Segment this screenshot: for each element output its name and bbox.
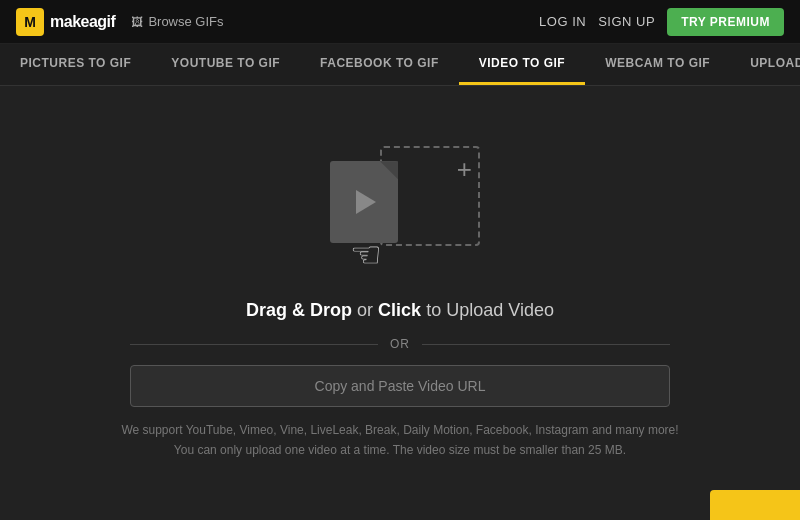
bottom-bar-decoration <box>710 490 800 520</box>
main-content: + ☞ Drag & Drop or Click to Upload Video… <box>0 86 800 520</box>
browse-gifs-link[interactable]: 🖼 Browse GIFs <box>131 14 223 29</box>
header-left: M makeagif 🖼 Browse GIFs <box>16 8 224 36</box>
or-divider: OR <box>130 337 670 351</box>
support-line1: We support YouTube, Vimeo, Vine, LiveLea… <box>121 421 678 440</box>
nav-item-facebook-to-gif[interactable]: FACEBOOK TO GIF <box>300 44 459 85</box>
upload-icon-area[interactable]: + ☞ <box>320 146 480 276</box>
drag-drop-or-text: or <box>352 300 378 320</box>
nav-item-webcam-to-gif[interactable]: WEBCAM TO GIF <box>585 44 730 85</box>
play-triangle-icon <box>356 190 376 214</box>
image-icon: 🖼 <box>131 15 143 29</box>
support-text: We support YouTube, Vimeo, Vine, LiveLea… <box>121 421 678 459</box>
nav: PICTURES TO GIF YOUTUBE TO GIF FACEBOOK … <box>0 44 800 86</box>
header: M makeagif 🖼 Browse GIFs LOG IN SIGN UP … <box>0 0 800 44</box>
or-line-left <box>130 344 378 345</box>
or-text: OR <box>390 337 410 351</box>
drag-drop-bold: Drag & Drop <box>246 300 352 320</box>
drag-drop-text: Drag & Drop or Click to Upload Video <box>246 300 554 321</box>
nav-item-video-to-gif[interactable]: VIDEO TO GIF <box>459 44 585 85</box>
logo-icon: M <box>16 8 44 36</box>
signup-link[interactable]: SIGN UP <box>598 14 655 29</box>
url-input-container <box>130 365 670 407</box>
logo[interactable]: M makeagif <box>16 8 115 36</box>
try-premium-button[interactable]: TRY PREMIUM <box>667 8 784 36</box>
plus-icon: + <box>457 156 472 182</box>
nav-item-youtube-to-gif[interactable]: YOUTUBE TO GIF <box>151 44 300 85</box>
login-link[interactable]: LOG IN <box>539 14 586 29</box>
logo-text: makeagif <box>50 13 115 31</box>
header-right: LOG IN SIGN UP TRY PREMIUM <box>539 8 784 36</box>
url-input[interactable] <box>130 365 670 407</box>
click-bold: Click <box>378 300 421 320</box>
hand-cursor-icon: ☞ <box>350 234 382 276</box>
support-line2: You can only upload one video at a time.… <box>121 441 678 460</box>
video-file-icon <box>330 161 398 243</box>
nav-item-pictures-to-gif[interactable]: PICTURES TO GIF <box>0 44 151 85</box>
nav-item-upload-a-gif[interactable]: UPLOAD A GIF <box>730 44 800 85</box>
browse-gifs-label: Browse GIFs <box>148 14 223 29</box>
or-line-right <box>422 344 670 345</box>
drag-drop-suffix: to Upload Video <box>421 300 554 320</box>
